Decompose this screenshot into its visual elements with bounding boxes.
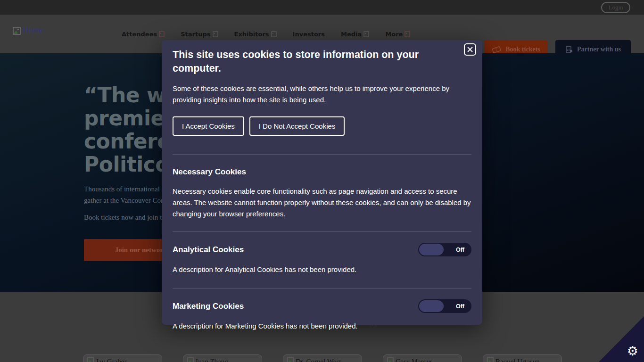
speaker-card[interactable]: Gary Marcus: [383, 354, 462, 362]
speaker-name: Dr. Cornel West: [296, 357, 341, 362]
broken-image-icon: [387, 357, 394, 362]
nav-item-label: Media: [341, 31, 362, 38]
speaker-card[interactable]: Raquel Urtasun: [483, 354, 562, 362]
nav-item-exhibitors[interactable]: Exhibitors: [234, 31, 277, 38]
page: Login Home Attendees: [0, 0, 644, 362]
close-icon: [467, 47, 473, 52]
speaker-card[interactable]: Jay Graber: [83, 354, 162, 362]
partner-with-us-label: Partner with us: [577, 46, 621, 53]
marketing-cookies-heading: Marketing Cookies: [173, 302, 244, 311]
broken-image-icon: [187, 357, 194, 362]
broken-image-icon: [13, 27, 21, 35]
nav-item-label: More: [385, 31, 403, 38]
broken-image-icon: [363, 31, 369, 37]
marketing-cookies-toggle[interactable]: Off: [418, 299, 471, 313]
cookie-consent-dialog: This site uses cookies to store informat…: [162, 40, 482, 325]
decline-cookies-button[interactable]: I Do Not Accept Cookies: [249, 116, 345, 136]
toggle-knob: [419, 300, 444, 312]
home-link-label: Home: [22, 25, 44, 35]
broken-image-icon: [213, 31, 218, 37]
broken-image-icon: [287, 357, 294, 362]
marketing-cookies-row: Marketing Cookies Off: [173, 299, 471, 313]
nav-item-startups[interactable]: Startups: [181, 31, 218, 38]
broken-image-icon: [87, 357, 94, 362]
broken-image-icon: [405, 31, 410, 37]
toggle-knob: [419, 244, 444, 255]
speaker-name: Jay Graber: [96, 357, 126, 362]
analytical-cookies-heading: Analytical Cookies: [173, 245, 244, 255]
dialog-close-button[interactable]: [464, 43, 476, 56]
necessary-cookies-heading: Necessary Cookies: [173, 167, 471, 177]
speaker-name: Ivan Zhang: [196, 357, 228, 362]
cookie-dialog-actions: I Accept Cookies I Do Not Accept Cookies: [173, 116, 471, 136]
login-button[interactable]: Login: [601, 2, 630, 13]
gear-icon: ⚙: [627, 344, 638, 358]
speaker-name: Gary Marcus: [396, 357, 433, 362]
broken-image-icon: [271, 31, 277, 37]
main-nav: Attendees Startups Exhib: [122, 31, 410, 38]
divider: [173, 288, 471, 289]
nav-item-label: Startups: [181, 31, 210, 38]
necessary-cookies-description: Necessary cookies enable core functional…: [173, 186, 471, 220]
nav-item-media[interactable]: Media: [341, 31, 369, 38]
accept-cookies-button[interactable]: I Accept Cookies: [173, 116, 244, 136]
nav-item-investors[interactable]: Investors: [293, 31, 325, 38]
speaker-card[interactable]: Dr. Cornel West: [283, 354, 362, 362]
cookie-dialog-title: This site uses cookies to store informat…: [173, 48, 444, 75]
speaker-cards: Jay Graber Ivan Zhang Dr: [83, 354, 562, 362]
speaker-card[interactable]: Ivan Zhang: [183, 354, 262, 362]
ticket-icon: [492, 46, 501, 53]
divider: [173, 231, 471, 232]
broken-image-icon: [159, 31, 165, 37]
building-chart-icon: [565, 45, 573, 53]
analytical-cookies-toggle[interactable]: Off: [418, 243, 471, 256]
home-link[interactable]: Home: [13, 25, 44, 35]
nav-item-attendees[interactable]: Attendees: [122, 31, 165, 38]
nav-item-label: Exhibitors: [234, 31, 269, 38]
top-bar: Login: [0, 0, 644, 15]
nav-item-more[interactable]: More: [385, 31, 410, 38]
cookie-dialog-intro: Some of these cookies are essential, whi…: [173, 83, 471, 106]
analytical-cookies-row: Analytical Cookies Off: [173, 243, 471, 256]
toggle-state-label: Off: [456, 303, 464, 310]
nav-item-label: Attendees: [122, 31, 157, 38]
nav-item-label: Investors: [293, 31, 325, 38]
book-tickets-label: Book tickets: [505, 46, 540, 53]
broken-image-icon: [487, 357, 494, 362]
analytical-cookies-description: A description for Analytical Cookies has…: [173, 264, 471, 275]
speaker-name: Raquel Urtasun: [495, 357, 540, 362]
marketing-cookies-description: A description for Marketing Cookies has …: [173, 321, 471, 332]
divider: [173, 154, 471, 155]
toggle-state-label: Off: [456, 247, 464, 253]
